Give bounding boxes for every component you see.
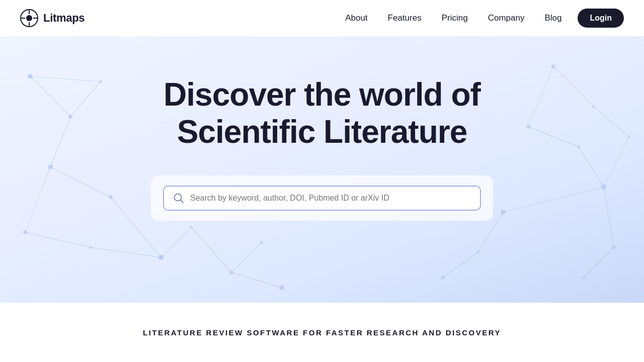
nav-item-blog[interactable]: Blog [536, 9, 570, 27]
search-box [163, 186, 481, 211]
svg-line-44 [579, 147, 604, 187]
svg-line-40 [231, 273, 282, 288]
nav-item-pricing[interactable]: Pricing [434, 9, 476, 27]
svg-line-37 [91, 247, 161, 257]
logo[interactable]: Litmaps [20, 9, 85, 27]
main-nav: About Features Pricing Company Blog Logi… [337, 9, 624, 28]
svg-line-50 [443, 252, 478, 278]
search-icon [173, 193, 184, 204]
login-button[interactable]: Login [578, 9, 624, 28]
svg-line-39 [191, 227, 231, 273]
hero-title: Discover the world of Scientific Literat… [164, 76, 480, 150]
svg-line-47 [584, 247, 614, 278]
svg-line-52 [594, 107, 629, 137]
nav-item-company[interactable]: Company [480, 9, 533, 27]
svg-line-51 [604, 137, 629, 187]
subtitle-section: LITERATURE REVIEW SOFTWARE FOR FASTER RE… [0, 303, 644, 362]
svg-line-31 [30, 76, 101, 81]
litmaps-logo-icon [20, 9, 38, 27]
svg-line-32 [50, 117, 70, 167]
svg-line-43 [528, 127, 579, 147]
logo-text: Litmaps [43, 12, 85, 25]
svg-line-48 [503, 187, 604, 212]
svg-line-33 [50, 167, 111, 197]
svg-line-30 [70, 81, 101, 117]
header: Litmaps About Features Pricing Company B… [0, 0, 644, 36]
svg-line-29 [30, 76, 70, 117]
svg-line-35 [25, 167, 50, 232]
search-input[interactable] [190, 194, 471, 203]
svg-line-54 [181, 200, 184, 203]
subtitle-text: LITERATURE REVIEW SOFTWARE FOR FASTER RE… [143, 328, 501, 337]
search-container [151, 175, 493, 221]
svg-line-42 [553, 66, 594, 107]
hero-section: Discover the world of Scientific Literat… [0, 36, 644, 303]
svg-point-1 [26, 15, 32, 21]
svg-line-45 [528, 66, 553, 127]
svg-line-38 [161, 227, 191, 257]
svg-line-41 [231, 242, 262, 273]
svg-line-36 [25, 232, 91, 247]
svg-line-46 [604, 187, 614, 247]
nav-item-about[interactable]: About [337, 9, 375, 27]
nav-item-features[interactable]: Features [380, 9, 430, 27]
